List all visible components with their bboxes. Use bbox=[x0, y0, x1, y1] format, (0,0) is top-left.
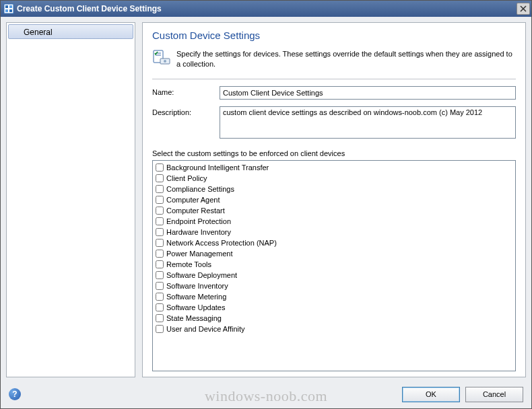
check-item-label: Endpoint Protection bbox=[166, 217, 231, 225]
close-button[interactable] bbox=[517, 3, 530, 15]
divider bbox=[152, 79, 516, 79]
titlebar: Create Custom Client Device Settings bbox=[1, 1, 531, 17]
check-item[interactable]: Software Metering bbox=[153, 291, 515, 302]
check-item[interactable]: Software Inventory bbox=[153, 281, 515, 291]
check-item-label: User and Device Affinity bbox=[166, 325, 245, 333]
check-item-checkbox[interactable] bbox=[156, 239, 164, 247]
check-item-label: Hardware Inventory bbox=[166, 228, 231, 236]
check-item-checkbox[interactable] bbox=[156, 250, 164, 258]
check-item-label: Remote Tools bbox=[166, 260, 211, 268]
check-item[interactable]: Computer Restart bbox=[153, 205, 515, 216]
check-item[interactable]: State Messaging bbox=[153, 313, 515, 324]
svg-rect-3 bbox=[5, 9, 8, 12]
check-item-label: Software Inventory bbox=[166, 282, 228, 290]
window-title: Create Custom Client Device Settings bbox=[17, 4, 517, 13]
dialog-window: Create Custom Client Device Settings Gen… bbox=[0, 0, 532, 409]
check-item-label: Computer Agent bbox=[166, 196, 220, 204]
check-item[interactable]: Client Policy bbox=[153, 173, 515, 184]
check-item-label: Power Management bbox=[166, 250, 232, 258]
check-item[interactable]: Background Intelligent Transfer bbox=[153, 162, 515, 173]
check-item-checkbox[interactable] bbox=[156, 196, 164, 204]
check-item[interactable]: Computer Agent bbox=[153, 194, 515, 205]
check-item[interactable]: Network Access Protection (NAP) bbox=[153, 237, 515, 248]
settings-checklist[interactable]: Background Intelligent TransferClient Po… bbox=[152, 160, 516, 371]
check-item-label: Software Updates bbox=[166, 303, 225, 311]
name-label: Name: bbox=[152, 86, 220, 96]
footer: ? OK Cancel bbox=[1, 380, 531, 408]
ok-button[interactable]: OK bbox=[402, 387, 460, 402]
check-item-label: Network Access Protection (NAP) bbox=[166, 239, 277, 247]
check-item-checkbox[interactable] bbox=[156, 325, 164, 333]
intro-row: Specify the settings for devices. These … bbox=[152, 49, 516, 69]
check-item-checkbox[interactable] bbox=[156, 260, 164, 268]
check-item-label: Computer Restart bbox=[166, 207, 225, 215]
settings-icon bbox=[152, 49, 171, 68]
body-area: General Custom Device Settings Specify t… bbox=[1, 17, 531, 380]
check-item-label: Software Metering bbox=[166, 293, 226, 301]
description-textarea[interactable] bbox=[220, 106, 516, 139]
check-item-checkbox[interactable] bbox=[156, 163, 164, 172]
description-label: Description: bbox=[152, 106, 220, 116]
check-item-checkbox[interactable] bbox=[156, 314, 164, 322]
check-item[interactable]: Remote Tools bbox=[153, 259, 515, 270]
check-item-checkbox[interactable] bbox=[156, 228, 164, 236]
check-item[interactable]: Software Deployment bbox=[153, 270, 515, 281]
name-row: Name: bbox=[152, 86, 516, 100]
check-item[interactable]: Software Updates bbox=[153, 302, 515, 313]
cancel-button[interactable]: Cancel bbox=[465, 387, 523, 402]
check-item[interactable]: Power Management bbox=[153, 248, 515, 259]
check-item[interactable]: Hardware Inventory bbox=[153, 227, 515, 237]
check-item-label: Software Deployment bbox=[166, 271, 237, 279]
check-item[interactable]: User and Device Affinity bbox=[153, 324, 515, 334]
checklist-label: Select the custom settings to be enforce… bbox=[152, 149, 516, 157]
check-item-checkbox[interactable] bbox=[156, 174, 164, 182]
svg-rect-2 bbox=[9, 5, 12, 8]
panel-heading: Custom Device Settings bbox=[152, 30, 516, 41]
check-item-checkbox[interactable] bbox=[156, 217, 164, 225]
svg-rect-1 bbox=[5, 5, 8, 8]
sidebar-item-general[interactable]: General bbox=[8, 24, 133, 39]
check-item-checkbox[interactable] bbox=[156, 207, 164, 215]
check-item-checkbox[interactable] bbox=[156, 185, 164, 193]
description-row: Description: bbox=[152, 106, 516, 139]
help-icon[interactable]: ? bbox=[9, 388, 21, 400]
check-item[interactable]: Compliance Settings bbox=[153, 184, 515, 194]
sidebar: General bbox=[6, 22, 135, 377]
app-icon bbox=[3, 3, 14, 14]
main-panel: Custom Device Settings Specify the setti… bbox=[142, 22, 526, 377]
name-input[interactable] bbox=[220, 86, 516, 100]
check-item-label: Compliance Settings bbox=[166, 185, 234, 193]
check-item-label: State Messaging bbox=[166, 314, 222, 322]
svg-point-11 bbox=[164, 60, 166, 63]
check-item-label: Client Policy bbox=[166, 174, 207, 182]
check-item-checkbox[interactable] bbox=[156, 271, 164, 279]
intro-text: Specify the settings for devices. These … bbox=[176, 49, 516, 69]
check-item-checkbox[interactable] bbox=[156, 303, 164, 311]
sidebar-item-label: General bbox=[24, 28, 53, 37]
svg-rect-4 bbox=[9, 9, 12, 12]
check-item-checkbox[interactable] bbox=[156, 282, 164, 290]
check-item-label: Background Intelligent Transfer bbox=[166, 163, 269, 172]
check-item-checkbox[interactable] bbox=[156, 293, 164, 301]
check-item[interactable]: Endpoint Protection bbox=[153, 216, 515, 227]
